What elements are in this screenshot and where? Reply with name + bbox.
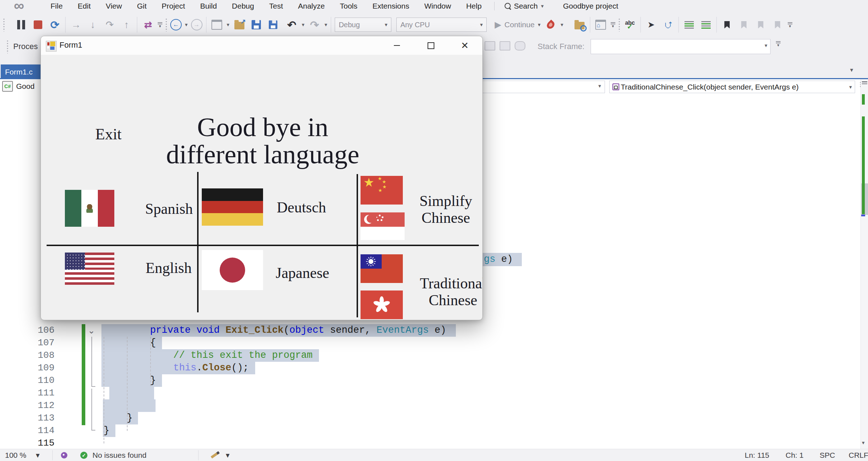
type-dropdown[interactable]: ▾ bbox=[477, 81, 605, 93]
restart-button[interactable]: ⟳ bbox=[48, 18, 62, 32]
undo-icon[interactable]: ↶ bbox=[285, 18, 299, 32]
flag-mexico[interactable] bbox=[65, 190, 114, 227]
code-cleanup-dropdown-icon[interactable]: ▾ bbox=[226, 449, 230, 461]
code-line-110[interactable]: 110 } bbox=[0, 374, 860, 387]
flag-japan[interactable] bbox=[202, 250, 263, 290]
menu-tools[interactable]: Tools bbox=[332, 2, 365, 10]
language-label-simplify-chinese[interactable]: Simplify Chinese bbox=[410, 193, 482, 226]
language-label-traditional-chinese[interactable]: Traditional Chinese bbox=[415, 275, 482, 309]
status-column[interactable]: Ch: 1 bbox=[786, 449, 803, 461]
code-line-113[interactable]: 113 } bbox=[0, 412, 860, 424]
collapse-region-chevron[interactable]: ⌄ bbox=[88, 325, 95, 336]
menu-edit[interactable]: Edit bbox=[70, 2, 98, 10]
code-line-112[interactable]: 112 bbox=[0, 399, 860, 412]
zoom-level[interactable]: 100 % bbox=[5, 449, 27, 461]
clear-bookmarks-icon[interactable] bbox=[771, 18, 784, 32]
flag-taiwan[interactable] bbox=[361, 254, 403, 283]
status-line-ending[interactable]: CRLF bbox=[849, 449, 868, 461]
menu-file[interactable]: File bbox=[43, 2, 70, 10]
menu-build[interactable]: Build bbox=[192, 2, 224, 10]
minimize-button[interactable] bbox=[384, 36, 409, 55]
language-label-english[interactable]: English bbox=[144, 260, 193, 277]
close-button[interactable]: ✕ bbox=[452, 36, 477, 55]
find-in-files-icon[interactable] bbox=[573, 18, 586, 32]
toolbar-overflow-icon[interactable]: ▾ bbox=[776, 41, 781, 47]
toolbar-grip[interactable] bbox=[618, 18, 620, 32]
solution-platform-dropdown[interactable]: Any CPU▾ bbox=[396, 18, 487, 32]
code-cleanup-icon[interactable] bbox=[211, 449, 218, 461]
show-next-statement-icon[interactable]: → bbox=[69, 18, 83, 32]
menu-help[interactable]: Help bbox=[459, 2, 489, 10]
menu-window[interactable]: Window bbox=[417, 2, 459, 10]
menu-analyze[interactable]: Analyze bbox=[290, 2, 332, 10]
menu-debug[interactable]: Debug bbox=[224, 2, 262, 10]
continue-play-icon[interactable]: ▶ bbox=[495, 20, 501, 30]
navigate-back-icon[interactable]: ← bbox=[170, 19, 182, 30]
language-label-japanese[interactable]: Japanese bbox=[274, 265, 331, 282]
break-all-button[interactable] bbox=[14, 18, 28, 32]
code-line-107[interactable]: 107 { bbox=[0, 337, 860, 349]
exit-button[interactable]: Exit bbox=[95, 125, 121, 143]
step-out-icon[interactable]: ↑ bbox=[120, 18, 133, 32]
menu-extensions[interactable]: Extensions bbox=[365, 2, 417, 10]
open-file-icon[interactable] bbox=[233, 18, 246, 32]
toolbar-overflow-icon[interactable]: ▾ bbox=[158, 22, 162, 28]
menu-project[interactable]: Project bbox=[154, 2, 192, 10]
continue-button[interactable]: Continue bbox=[505, 20, 535, 29]
step-over-icon[interactable]: ↷ bbox=[103, 18, 116, 32]
zoom-dropdown-icon[interactable]: ▾ bbox=[36, 449, 40, 461]
menu-git[interactable]: Git bbox=[129, 2, 154, 10]
flag-usa[interactable] bbox=[65, 253, 114, 285]
code-line-115[interactable]: 115 bbox=[0, 437, 860, 450]
menu-view[interactable]: View bbox=[98, 2, 129, 10]
language-label-spanish[interactable]: Spanish bbox=[145, 201, 193, 217]
project-dropdown[interactable]: C# Good bbox=[2, 81, 34, 92]
navigate-forward-icon[interactable]: → bbox=[191, 19, 202, 30]
next-bookmark-icon[interactable] bbox=[754, 18, 768, 32]
menu-test[interactable]: Test bbox=[262, 2, 291, 10]
code-line-106[interactable]: 106 private void Exit_Click(object sende… bbox=[0, 324, 860, 337]
flag-china[interactable]: ★ ★ ★ ★ ★ bbox=[361, 176, 403, 205]
flag-hongkong[interactable] bbox=[361, 290, 403, 319]
code-line-111[interactable]: 111 bbox=[0, 387, 860, 399]
spell-checker-icon[interactable]: abc✓ bbox=[623, 18, 637, 32]
tab-list-chevron-icon[interactable]: ▾ bbox=[850, 66, 853, 74]
stop-debugging-button[interactable] bbox=[31, 18, 45, 32]
toggle-bookmark-icon[interactable] bbox=[720, 18, 734, 32]
copy-structure-icon[interactable]: ⮍ bbox=[661, 18, 675, 32]
maximize-button[interactable] bbox=[418, 36, 443, 55]
unindent-lines-icon[interactable] bbox=[699, 18, 713, 32]
toolbar-grip[interactable] bbox=[3, 18, 5, 32]
new-window-icon[interactable] bbox=[210, 18, 224, 32]
step-into-icon[interactable]: ↓ bbox=[86, 18, 100, 32]
browser-home-icon[interactable]: ⌂ bbox=[594, 18, 607, 32]
toolbar-overflow-icon[interactable]: ▾ bbox=[611, 22, 615, 28]
project-name-menu[interactable]: Goodbye project bbox=[563, 2, 618, 10]
flag-singapore[interactable] bbox=[361, 212, 405, 240]
indent-lines-icon[interactable] bbox=[682, 18, 696, 32]
health-indicator[interactable]: ✓ bbox=[80, 449, 87, 461]
stack-frame-dropdown[interactable]: ▾ bbox=[591, 39, 771, 54]
code-line-109[interactable]: 109 this.Close(); bbox=[0, 362, 860, 374]
status-spaces[interactable]: SPC bbox=[820, 449, 835, 461]
select-mode-icon[interactable]: ➤ bbox=[644, 18, 658, 32]
save-icon[interactable] bbox=[249, 18, 263, 32]
toolbar-grip[interactable] bbox=[165, 18, 167, 32]
toolbar-overflow-icon[interactable]: ▾ bbox=[788, 22, 792, 28]
redo-icon[interactable]: ↷ bbox=[308, 18, 321, 32]
intellicode-icon[interactable] bbox=[61, 449, 67, 461]
editor-vertical-scrollbar[interactable]: ▾ bbox=[860, 79, 868, 449]
toolbar-grip[interactable] bbox=[6, 40, 9, 53]
code-line-108[interactable]: 108 // this exit the program bbox=[0, 349, 860, 362]
form1-titlebar[interactable]: Form1 ✕ bbox=[41, 36, 482, 55]
solution-configuration-dropdown[interactable]: Debug▾ bbox=[335, 18, 391, 32]
code-line-114[interactable]: 114} bbox=[0, 424, 860, 437]
language-label-deutsch[interactable]: Deutsch bbox=[276, 199, 326, 216]
status-line-number[interactable]: Ln: 115 bbox=[745, 449, 769, 461]
previous-bookmark-icon[interactable] bbox=[737, 18, 751, 32]
hot-reload-icon[interactable] bbox=[544, 18, 557, 32]
scrollbar-down-arrow[interactable]: ▾ bbox=[862, 440, 865, 446]
member-dropdown[interactable]: TraditionalChinese_Click(object sender, … bbox=[609, 81, 855, 93]
search-control[interactable]: Search ▾ bbox=[500, 2, 549, 10]
save-all-icon[interactable] bbox=[266, 18, 280, 32]
